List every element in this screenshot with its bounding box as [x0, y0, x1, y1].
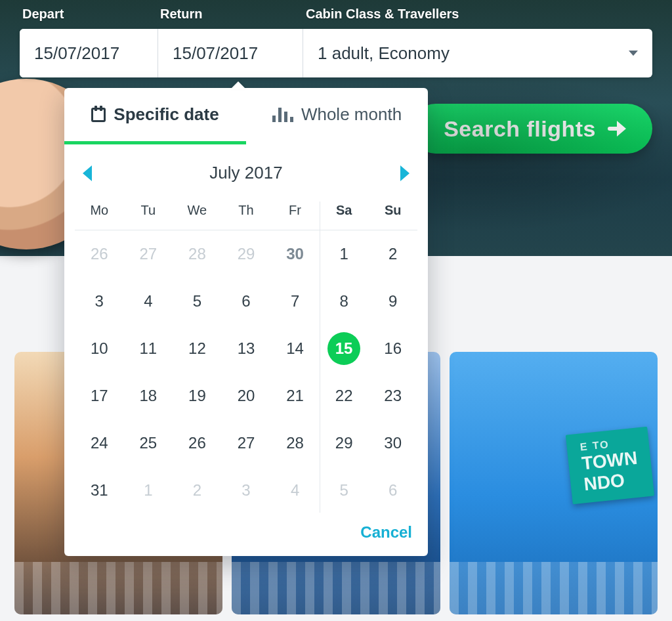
calendar-day[interactable]: 30: [270, 230, 320, 278]
month-nav: July 2017: [64, 144, 428, 195]
weekday-header: Sa: [320, 195, 369, 230]
tab-specific-date[interactable]: Specific date: [64, 88, 246, 144]
weekday-header: We: [173, 195, 222, 230]
tab-label: Whole month: [301, 104, 402, 125]
calendar-day[interactable]: 25: [124, 419, 173, 467]
cancel-button[interactable]: Cancel: [360, 523, 412, 542]
calendar-day: 3: [222, 467, 271, 514]
calendar-day: 26: [75, 230, 124, 278]
divider: [303, 29, 303, 77]
calendar-day[interactable]: 30: [368, 419, 417, 467]
calendar-day[interactable]: 28: [270, 419, 320, 467]
calendar-day[interactable]: 4: [124, 278, 173, 325]
calendar-day[interactable]: 2: [368, 230, 417, 278]
calendar-grid: MoTuWeThFrSaSu26272829301234567891011121…: [64, 195, 428, 519]
calendar-day: 1: [124, 467, 173, 514]
calendar-day[interactable]: 21: [270, 372, 320, 419]
divider: [158, 29, 158, 77]
calendar-day[interactable]: 6: [222, 278, 271, 325]
calendar-day[interactable]: 13: [222, 325, 271, 372]
calendar-day[interactable]: 10: [75, 325, 124, 372]
calendar-day: 4: [270, 467, 320, 514]
calendar-day: 27: [124, 230, 173, 278]
calendar-day-selected[interactable]: 15: [320, 325, 369, 372]
calendar-day: 5: [320, 467, 369, 514]
calendar-day[interactable]: 14: [270, 325, 320, 372]
search-flights-button[interactable]: Search flights: [411, 104, 652, 154]
calendar-day[interactable]: 3: [75, 278, 124, 325]
cabin-value: 1 adult, Economy: [318, 43, 450, 64]
calendar-day[interactable]: 18: [124, 372, 173, 419]
arrow-right-icon: [606, 119, 626, 139]
promo-badge: E TO TOWN NDO: [566, 427, 654, 504]
calendar-day[interactable]: 16: [368, 325, 417, 372]
calendar-day[interactable]: 29: [320, 419, 369, 467]
calendar-day[interactable]: 23: [368, 372, 417, 419]
cabin-label: Cabin Class & Travellers: [303, 0, 652, 30]
calendar-day[interactable]: 24: [75, 419, 124, 467]
calendar-day: 29: [222, 230, 271, 278]
calendar-day[interactable]: 8: [320, 278, 369, 325]
calendar-day[interactable]: 12: [173, 325, 222, 372]
calendar-day[interactable]: 19: [173, 372, 222, 419]
calendar-day: 28: [173, 230, 222, 278]
tab-whole-month[interactable]: Whole month: [246, 88, 428, 144]
calendar-day: 2: [173, 467, 222, 514]
calendar-day[interactable]: 11: [124, 325, 173, 372]
chevron-down-icon: [629, 51, 638, 56]
weekday-header: Th: [222, 195, 271, 230]
month-label: July 2017: [209, 163, 282, 183]
return-input[interactable]: [158, 29, 303, 77]
calendar-day[interactable]: 17: [75, 372, 124, 419]
calendar-day: 6: [368, 467, 417, 514]
weekday-header: Tu: [124, 195, 173, 230]
search-input-row: 1 adult, Economy: [20, 29, 652, 77]
calendar-day[interactable]: 26: [173, 419, 222, 467]
calendar-icon: [91, 108, 106, 122]
calendar-day[interactable]: 1: [320, 230, 369, 278]
next-month-button[interactable]: [400, 165, 410, 181]
bar-chart-icon: [272, 108, 293, 122]
return-label: Return: [158, 0, 303, 30]
tab-label: Specific date: [114, 104, 219, 125]
search-fields: 1 adult, Economy: [20, 29, 652, 77]
calendar-day[interactable]: 7: [270, 278, 320, 325]
prev-month-button[interactable]: [83, 165, 92, 181]
date-picker: Specific date Whole month July 2017 MoTu…: [64, 88, 428, 556]
search-button-label: Search flights: [444, 116, 596, 142]
weekday-header: Fr: [270, 195, 320, 230]
calendar-day[interactable]: 9: [368, 278, 417, 325]
cabin-class-select[interactable]: 1 adult, Economy: [303, 29, 652, 77]
calendar-day[interactable]: 27: [222, 419, 271, 467]
calendar-day[interactable]: 22: [320, 372, 369, 419]
depart-label: Depart: [20, 0, 158, 30]
depart-input[interactable]: [20, 29, 158, 77]
calendar-day[interactable]: 5: [173, 278, 222, 325]
calendar-day[interactable]: 31: [75, 467, 124, 514]
field-labels: Depart Return Cabin Class & Travellers: [20, 0, 652, 30]
weekday-header: Su: [368, 195, 417, 230]
weekend-divider: [320, 202, 320, 513]
destination-tile[interactable]: E TO TOWN NDO: [450, 352, 658, 614]
date-picker-tabs: Specific date Whole month: [64, 88, 428, 144]
date-picker-footer: Cancel: [64, 519, 428, 556]
promo-line2: NDO: [583, 470, 625, 494]
weekday-header: Mo: [75, 195, 124, 230]
calendar-day[interactable]: 20: [222, 372, 271, 419]
